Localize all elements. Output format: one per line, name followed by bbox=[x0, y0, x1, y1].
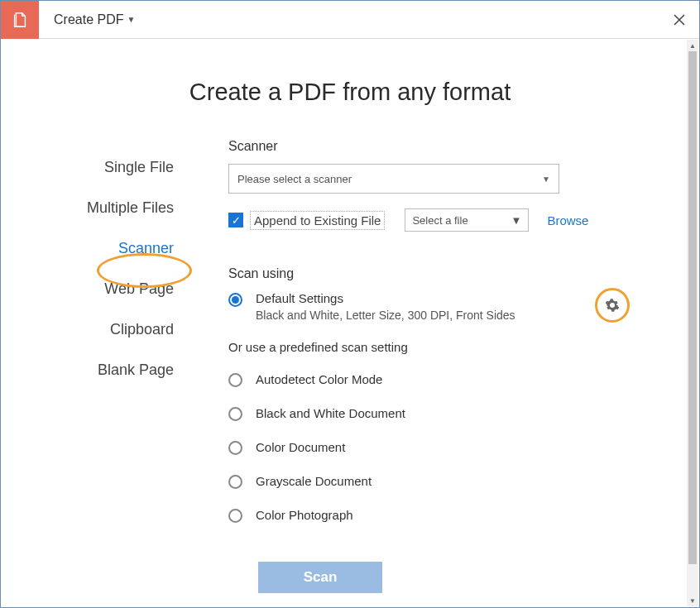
append-checkbox[interactable]: ✓ bbox=[228, 213, 243, 227]
radio-bw-document[interactable] bbox=[228, 407, 242, 421]
default-settings-label: Default Settings bbox=[256, 291, 515, 305]
default-settings-row: Default Settings Black and White, Letter… bbox=[228, 291, 625, 322]
settings-gear-button[interactable] bbox=[600, 293, 625, 318]
append-row: ✓ Append to Existing File Select a file … bbox=[228, 208, 625, 232]
scan-using-section: Scan using Default Settings Black and Wh… bbox=[228, 266, 625, 593]
scan-button[interactable]: Scan bbox=[258, 562, 382, 593]
scanner-select[interactable]: Please select a scanner ▼ bbox=[228, 164, 559, 194]
scanner-select-text: Please select a scanner bbox=[237, 173, 352, 185]
page-heading: Create a PDF from any format bbox=[1, 79, 699, 106]
chevron-down-icon: ▼ bbox=[127, 15, 135, 24]
option-label: Grayscale Document bbox=[256, 474, 372, 488]
file-select-text: Select a file bbox=[412, 214, 467, 227]
close-button[interactable] bbox=[659, 1, 699, 39]
default-settings-detail: Black and White, Letter Size, 300 DPI, F… bbox=[256, 309, 515, 322]
sidebar-item-multiple-files[interactable]: Multiple Files bbox=[70, 188, 190, 228]
sidebar-item-clipboard[interactable]: Clipboard bbox=[93, 309, 190, 350]
predefined-label: Or use a predefined scan setting bbox=[228, 340, 625, 354]
option-autodetect: Autodetect Color Mode bbox=[228, 362, 625, 396]
chevron-down-icon: ▼ bbox=[542, 175, 550, 184]
option-bw-document: Black and White Document bbox=[228, 396, 625, 430]
radio-autodetect[interactable] bbox=[228, 373, 242, 387]
option-label: Color Photograph bbox=[256, 508, 353, 522]
option-grayscale: Grayscale Document bbox=[228, 464, 625, 498]
append-label[interactable]: Append to Existing File bbox=[250, 211, 385, 230]
sidebar-item-web-page[interactable]: Web Page bbox=[88, 269, 190, 309]
scanner-section-label: Scanner bbox=[228, 139, 625, 154]
app-icon bbox=[1, 1, 39, 39]
form-area: Scanner Please select a scanner ▼ ✓ Appe… bbox=[204, 139, 674, 593]
radio-grayscale[interactable] bbox=[228, 475, 242, 489]
option-color-document: Color Document bbox=[228, 430, 625, 464]
default-settings-radio[interactable] bbox=[228, 293, 242, 307]
sidebar-item-blank-page[interactable]: Blank Page bbox=[81, 350, 190, 390]
radio-color-document[interactable] bbox=[228, 441, 242, 455]
option-label: Autodetect Color Mode bbox=[256, 372, 382, 386]
title-bar-title[interactable]: Create PDF ▼ bbox=[39, 12, 135, 27]
radio-color-photo[interactable] bbox=[228, 509, 242, 523]
sidebar-item-scanner[interactable]: Scanner bbox=[102, 228, 190, 269]
scrollbar-thumb[interactable] bbox=[688, 51, 697, 564]
sidebar: Single File Multiple Files Scanner Web P… bbox=[1, 139, 204, 593]
scrollbar[interactable]: ▲ ▼ bbox=[687, 40, 698, 606]
scan-using-label: Scan using bbox=[228, 266, 625, 281]
scroll-up-icon[interactable]: ▲ bbox=[687, 40, 698, 51]
chevron-down-icon: ▼ bbox=[511, 214, 522, 227]
file-select[interactable]: Select a file ▼ bbox=[405, 208, 529, 232]
main-layout: Single File Multiple Files Scanner Web P… bbox=[1, 139, 699, 593]
option-label: Color Document bbox=[256, 440, 345, 454]
option-color-photo: Color Photograph bbox=[228, 498, 625, 532]
content-area: Create a PDF from any format Single File… bbox=[1, 39, 699, 607]
browse-link[interactable]: Browse bbox=[547, 213, 588, 227]
sidebar-item-single-file[interactable]: Single File bbox=[88, 147, 190, 188]
title-bar: Create PDF ▼ bbox=[1, 1, 699, 39]
option-label: Black and White Document bbox=[256, 406, 405, 420]
title-text: Create PDF bbox=[54, 12, 123, 27]
scroll-down-icon[interactable]: ▼ bbox=[687, 595, 698, 606]
